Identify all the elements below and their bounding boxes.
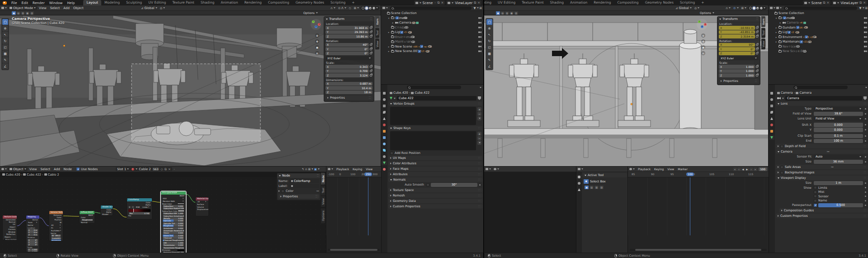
properties-panel-header[interactable]: Properties⁚⁚ — [719, 79, 759, 83]
tool-options-dropdown[interactable]: Options — [303, 11, 381, 15]
outliner-row-new-scene-001[interactable]: New Scene.001 — [769, 49, 868, 54]
disable-render-icon[interactable] — [864, 31, 867, 33]
lock-icon[interactable] — [756, 74, 758, 76]
outliner-row-camera[interactable]: Camera▿4 — [381, 20, 483, 25]
outliner-row-new-scene[interactable]: New Scene — [769, 44, 868, 49]
playhead[interactable] — [368, 177, 368, 235]
close-icon[interactable]: × — [863, 1, 866, 5]
tab-compositing[interactable]: Compositing — [614, 0, 642, 5]
field-z[interactable]: Z18 m — [326, 91, 373, 95]
properties-tab-output[interactable] — [769, 104, 774, 108]
node-slider-subsurface-ior[interactable]: Subsurface IOR1.400 — [163, 212, 184, 215]
lock-icon[interactable] — [370, 44, 372, 46]
outliner-row-camera[interactable]: Camera▿4 — [769, 20, 868, 25]
tool-select-box[interactable]: ▢ — [486, 19, 492, 25]
timeline-body[interactable] — [326, 177, 381, 235]
expand-icon[interactable] — [387, 45, 391, 48]
node-slider-rotation-z[interactable]: Z0° — [28, 244, 38, 246]
lock-icon[interactable] — [370, 53, 372, 55]
specials-menu-icon[interactable] — [477, 116, 481, 120]
field-x[interactable]: X0.343 — [326, 65, 369, 69]
exclude-checkbox[interactable] — [400, 31, 403, 34]
properties-search-input[interactable] — [407, 86, 461, 89]
lock-icon[interactable] — [756, 31, 758, 33]
properties-tab-render[interactable] — [382, 97, 387, 102]
new-viewlayer-icon[interactable]: ⧉ — [474, 1, 476, 5]
node-mapping[interactable]: Mapping Vector Point Vector LocationX0 m… — [26, 215, 40, 252]
node-material-output[interactable]: Material Output All SurfaceVolumeDisplac… — [195, 197, 209, 216]
ramp-interpolation-dropdown[interactable]: Linear — [142, 206, 151, 208]
timeline-ruler[interactable]: 859095100105110115 100 — [628, 172, 769, 177]
specials-menu-icon[interactable] — [477, 141, 481, 145]
play-reverse-button[interactable]: ◀ — [741, 167, 745, 171]
properties-tab-view-layer[interactable] — [382, 110, 387, 115]
checkbox-sensor[interactable] — [814, 195, 817, 198]
lock-icon[interactable] — [756, 35, 758, 38]
viewport-3d[interactable]: ▢⊕↖↻◱▦✎∠ X Y Z ⊕ ✥ ▣ ⊞ Transform⁚⁚ Locat… — [484, 15, 769, 167]
lock-icon[interactable] — [756, 48, 758, 50]
play-button[interactable]: ▶ — [745, 167, 749, 171]
mode-dropdown[interactable]: Object Mode — [8, 6, 37, 10]
exclude-checkbox[interactable] — [788, 45, 791, 48]
filter-mode-icon[interactable] — [776, 7, 779, 9]
navigation-gizmo[interactable]: X Y Z — [697, 19, 708, 30]
expand-icon[interactable] — [778, 21, 782, 24]
lock-icon[interactable] — [370, 74, 372, 76]
node-slider-scale[interactable]: Scale840.00 — [51, 237, 61, 239]
panel-safe-areas[interactable]: Safe Areas≔⁚⁚ — [776, 165, 868, 169]
field-y[interactable]: Y0° — [326, 47, 369, 51]
animate-dot-icon[interactable] — [865, 156, 866, 158]
tab-geometry-nodes[interactable]: Geometry Nodes — [292, 0, 327, 5]
field-z[interactable]: Z2.3154 m — [719, 34, 755, 38]
playhead[interactable] — [690, 177, 690, 235]
node-slider-clearcoat-roughness[interactable]: Clearcoat Roughness0.030 — [163, 239, 184, 242]
panel-lens[interactable]: Lens⁚⁚ — [776, 101, 868, 106]
fov-field[interactable]: 39.6° — [814, 112, 863, 116]
exclude-checkbox[interactable] — [800, 40, 803, 43]
properties-tab-material[interactable] — [382, 167, 387, 172]
tool-transform[interactable]: ▦ — [486, 51, 492, 57]
outliner-row-light[interactable]: Light▿2▿11 — [769, 30, 868, 35]
properties-panel-header[interactable]: Properties⁚⁚ — [326, 96, 373, 100]
new-scene-icon[interactable]: ⧉ — [438, 1, 440, 5]
sidebar-tab-tool[interactable]: Tool — [375, 28, 379, 38]
animate-dot-icon[interactable] — [865, 205, 866, 206]
tool-cursor[interactable]: ⊕ — [486, 25, 492, 31]
tool-scale[interactable]: ◱ — [486, 44, 492, 50]
tab-shading[interactable]: Shading — [198, 0, 217, 5]
solid-shading-button[interactable] — [365, 7, 368, 10]
sidebar-tab-item[interactable]: Item — [761, 16, 765, 27]
close-icon[interactable]: × — [827, 1, 830, 5]
shape-keys-list[interactable]: + − — [390, 131, 476, 150]
exclude-checkbox[interactable] — [795, 50, 798, 53]
disable-render-icon[interactable] — [478, 31, 481, 33]
tab-rendering[interactable]: Rendering — [241, 0, 264, 5]
field-y[interactable]: Y10.4 m — [326, 86, 373, 90]
field-z[interactable]: Z1.000 — [719, 73, 755, 77]
lock-icon[interactable] — [370, 66, 372, 68]
node-slider-subsurface-radius[interactable]: Subsurface Radius1.000 — [163, 207, 184, 210]
rotation-order-dropdown[interactable]: XYZ Euler — [719, 56, 759, 60]
menu-window[interactable]: Window — [47, 1, 65, 5]
animate-dot-icon[interactable] — [865, 129, 866, 130]
field-x[interactable]: X31.968 m — [326, 26, 369, 30]
rendered-shading-button[interactable] — [760, 7, 763, 10]
node-tab-view[interactable]: View — [321, 196, 325, 207]
color-swatch[interactable] — [177, 249, 184, 251]
filter-dropdown-icon[interactable] — [480, 87, 481, 88]
panel-attributes[interactable]: Attributes⁚⁚ — [388, 172, 482, 177]
shift-x-field[interactable]: 0.000 — [814, 123, 863, 127]
snap-toggle[interactable]: ∩ — [724, 6, 732, 10]
outliner-row-new-scene-001[interactable]: New Scene.001▿13▿27 — [381, 49, 483, 54]
panel-camera[interactable]: Camera≔⁚⁚ — [776, 149, 868, 154]
clip-start-field[interactable]: 0.1 m — [814, 134, 863, 139]
add-stop-button[interactable]: + — [128, 206, 131, 208]
mode-subtract-button[interactable]: ▥ — [594, 186, 599, 189]
field-z[interactable]: Z0° — [719, 52, 755, 56]
expand-icon[interactable] — [774, 26, 778, 29]
scene-selector[interactable]: Scene ⧉ × — [803, 0, 831, 5]
menu-keying[interactable]: Keying — [351, 167, 364, 171]
camera-view-icon[interactable]: ▣ — [315, 45, 319, 49]
outliner-row-scene-collection[interactable]: Scene Collection — [381, 11, 483, 16]
menu-keying[interactable]: Keying — [652, 167, 665, 171]
